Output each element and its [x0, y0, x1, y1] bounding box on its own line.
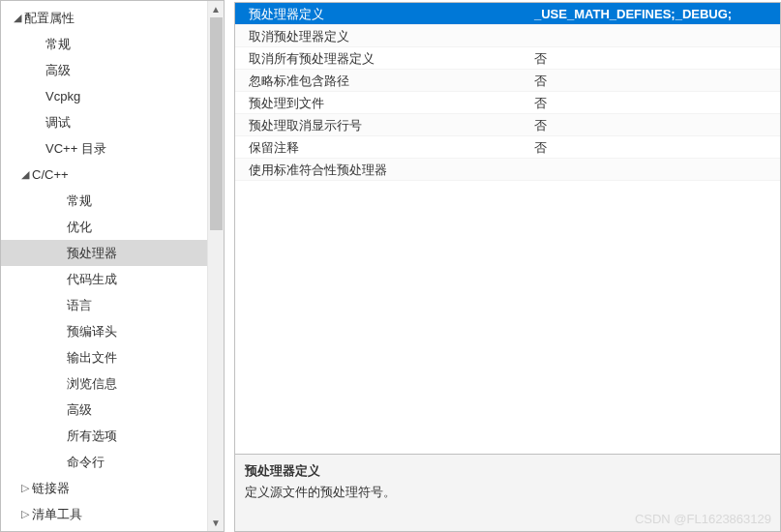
- property-row[interactable]: 预处理取消显示行号否: [235, 114, 780, 136]
- property-value[interactable]: 否: [530, 114, 780, 135]
- tree-node[interactable]: ▷清单工具: [1, 501, 207, 527]
- property-value[interactable]: 否: [530, 70, 780, 91]
- property-value[interactable]: [530, 25, 780, 46]
- tree-node-label: 常规: [45, 31, 71, 57]
- description-panel: 预处理器定义 定义源文件的预处理符号。: [234, 455, 781, 532]
- tree-node[interactable]: ▷VC++ 目录: [1, 135, 207, 162]
- description-body: 定义源文件的预处理符号。: [245, 484, 770, 501]
- tree-node[interactable]: ▷所有选项: [1, 423, 207, 449]
- property-panel: 预处理器定义_USE_MATH_DEFINES;_DEBUG;取消预处理器定义取…: [225, 0, 781, 532]
- property-row[interactable]: 忽略标准包含路径否: [235, 70, 780, 92]
- expand-placeholder-icon: ▷: [53, 292, 67, 318]
- tree-node[interactable]: ▷代码生成: [1, 266, 207, 292]
- tree-node-label: 预处理器: [67, 240, 117, 266]
- property-name: 预处理到文件: [235, 92, 530, 113]
- property-name: 忽略标准包含路径: [235, 70, 530, 91]
- tree-node[interactable]: ▷XML 文档生成器: [1, 527, 207, 531]
- property-row[interactable]: 保留注释否: [235, 136, 780, 159]
- tree-node[interactable]: ▷命令行: [1, 449, 207, 475]
- tree-node-label: Vcpkg: [45, 83, 80, 109]
- property-name: 取消所有预处理器定义: [235, 47, 530, 69]
- tree-node[interactable]: ◢C/C++: [1, 162, 207, 188]
- property-row[interactable]: 取消所有预处理器定义否: [235, 47, 780, 70]
- tree-node[interactable]: ▷输出文件: [1, 344, 207, 370]
- description-title: 预处理器定义: [245, 462, 770, 480]
- tree-node-label: 输出文件: [67, 344, 117, 370]
- tree-node[interactable]: ◢配置属性: [1, 5, 207, 31]
- expand-placeholder-icon: ▷: [53, 344, 67, 370]
- tree-node[interactable]: ▷预编译头: [1, 318, 207, 344]
- tree-node-label: 命令行: [67, 449, 105, 475]
- property-name: 预处理器定义: [235, 3, 530, 24]
- expand-placeholder-icon: ▷: [32, 109, 45, 135]
- tree-node-label: XML 文档生成器: [32, 527, 124, 531]
- tree-node[interactable]: ▷常规: [1, 188, 207, 214]
- expand-down-icon[interactable]: ◢: [18, 162, 32, 188]
- tree-node-label: 语言: [67, 292, 92, 318]
- property-value[interactable]: 否: [530, 47, 780, 69]
- property-row[interactable]: 使用标准符合性预处理器: [235, 159, 780, 181]
- expand-placeholder-icon: ▷: [53, 240, 67, 266]
- tree-node[interactable]: ▷常规: [1, 31, 207, 57]
- scroll-thumb[interactable]: [210, 17, 223, 230]
- tree-node[interactable]: ▷浏览信息: [1, 370, 207, 397]
- scroll-up-button[interactable]: ▲: [208, 1, 224, 17]
- tree-node[interactable]: ▷调试: [1, 109, 207, 135]
- expand-placeholder-icon: ▷: [53, 449, 67, 475]
- tree-node-label: 高级: [45, 57, 71, 83]
- property-value[interactable]: [530, 159, 780, 180]
- expand-right-icon[interactable]: ▷: [18, 527, 32, 531]
- tree-node-label: C/C++: [32, 162, 69, 188]
- property-name: 取消预处理器定义: [235, 25, 530, 46]
- expand-right-icon[interactable]: ▷: [18, 501, 32, 527]
- navigation-tree: ◢配置属性▷常规▷高级▷Vcpkg▷调试▷VC++ 目录◢C/C++▷常规▷优化…: [1, 1, 207, 531]
- property-grid: 预处理器定义_USE_MATH_DEFINES;_DEBUG;取消预处理器定义取…: [234, 2, 781, 455]
- tree-node-label: 优化: [67, 214, 92, 240]
- expand-placeholder-icon: ▷: [53, 397, 67, 423]
- tree-node-label: 链接器: [32, 475, 70, 501]
- property-name: 保留注释: [235, 136, 530, 158]
- property-value[interactable]: 否: [530, 136, 780, 158]
- expand-right-icon[interactable]: ▷: [18, 475, 32, 501]
- expand-placeholder-icon: ▷: [53, 266, 67, 292]
- expand-placeholder-icon: ▷: [32, 83, 45, 109]
- tree-scrollbar[interactable]: ▲ ▼: [207, 1, 224, 531]
- property-name: 使用标准符合性预处理器: [235, 159, 530, 180]
- expand-placeholder-icon: ▷: [32, 57, 45, 83]
- tree-node-label: 常规: [67, 188, 92, 214]
- expand-placeholder-icon: ▷: [32, 31, 45, 57]
- property-row[interactable]: 取消预处理器定义: [235, 25, 780, 47]
- property-row[interactable]: 预处理器定义_USE_MATH_DEFINES;_DEBUG;: [235, 3, 780, 25]
- expand-placeholder-icon: ▷: [53, 214, 67, 240]
- tree-node-label: 清单工具: [32, 501, 82, 527]
- tree-node-label: 配置属性: [24, 5, 75, 31]
- expand-placeholder-icon: ▷: [53, 370, 67, 397]
- expand-placeholder-icon: ▷: [53, 188, 67, 214]
- expand-down-icon[interactable]: ◢: [11, 5, 24, 31]
- tree-node-label: 所有选项: [67, 423, 117, 449]
- tree-node[interactable]: ▷优化: [1, 214, 207, 240]
- property-value[interactable]: 否: [530, 92, 780, 113]
- expand-placeholder-icon: ▷: [32, 135, 45, 162]
- scroll-down-button[interactable]: ▼: [208, 515, 224, 531]
- tree-node-label: 代码生成: [67, 266, 117, 292]
- tree-node-label: 预编译头: [67, 318, 117, 344]
- property-name: 预处理取消显示行号: [235, 114, 530, 135]
- property-value[interactable]: _USE_MATH_DEFINES;_DEBUG;: [530, 3, 780, 24]
- tree-node-label: 高级: [67, 397, 92, 423]
- navigation-tree-panel: ◢配置属性▷常规▷高级▷Vcpkg▷调试▷VC++ 目录◢C/C++▷常规▷优化…: [0, 0, 225, 532]
- tree-node[interactable]: ▷高级: [1, 397, 207, 423]
- tree-node[interactable]: ▷链接器: [1, 475, 207, 501]
- tree-node[interactable]: ▷高级: [1, 57, 207, 83]
- tree-node[interactable]: ▷语言: [1, 292, 207, 318]
- tree-node-label: VC++ 目录: [45, 135, 106, 162]
- tree-node[interactable]: ▷Vcpkg: [1, 83, 207, 109]
- tree-node[interactable]: ▷预处理器: [1, 240, 207, 266]
- expand-placeholder-icon: ▷: [53, 318, 67, 344]
- expand-placeholder-icon: ▷: [53, 423, 67, 449]
- tree-node-label: 调试: [45, 109, 71, 135]
- tree-node-label: 浏览信息: [67, 370, 117, 397]
- property-row[interactable]: 预处理到文件否: [235, 92, 780, 114]
